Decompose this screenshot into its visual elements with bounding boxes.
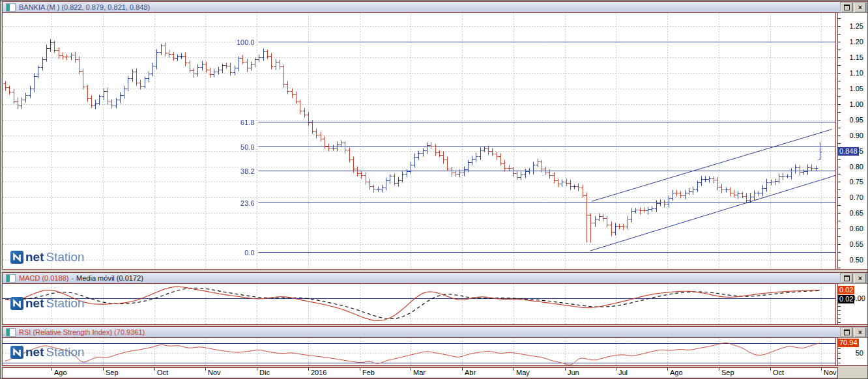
rsi-axis-tick xyxy=(838,348,841,349)
netstation-logo-icon xyxy=(10,297,23,310)
rsi-axis[interactable]: 70.94 50 xyxy=(837,338,867,365)
price-restore-button[interactable] xyxy=(841,3,852,12)
netstation-logo-icon xyxy=(10,346,23,359)
price-axis-tick xyxy=(838,213,841,214)
month-label: Dic xyxy=(259,369,270,376)
price-axis-tick xyxy=(838,236,841,237)
price-plot: netStation xyxy=(3,13,836,269)
month-tick xyxy=(257,368,257,371)
time-axis[interactable]: AgoSepOctNovDic2016FebMarAbrMayJunJulAgo… xyxy=(2,367,838,378)
price-panel: BANKIA (M ) (0.822, 0.879, 0.821, 0.848)… xyxy=(2,1,868,270)
chart-icon xyxy=(6,328,16,337)
price-axis-tick xyxy=(838,57,841,58)
price-axis-tick xyxy=(838,167,841,167)
netstation-logo: netStation xyxy=(10,296,85,311)
price-close-button[interactable]: × xyxy=(854,3,866,12)
month-label: Ago xyxy=(670,369,683,376)
macd-restore-button[interactable] xyxy=(841,274,852,283)
rsi-title: RSI (Relative Strength Index) (70.9361) xyxy=(19,328,145,336)
month-label: Oct xyxy=(773,369,784,376)
netstation-logo-icon xyxy=(10,251,23,264)
macd-axis-tick xyxy=(838,306,841,307)
price-axis-tick xyxy=(838,96,841,97)
price-axis-tick xyxy=(838,244,841,245)
month-label: May xyxy=(516,369,530,376)
rsi-restore-button[interactable] xyxy=(841,328,852,337)
price-axis-tick xyxy=(838,104,841,105)
price-axis-label: 0.80 xyxy=(850,163,863,171)
price-axis-tick xyxy=(838,128,841,128)
macd-axis-tick xyxy=(838,315,841,315)
month-tick xyxy=(616,368,616,371)
price-axis-tick xyxy=(838,221,841,221)
month-tick xyxy=(308,368,309,371)
price-chart-canvas[interactable] xyxy=(3,13,835,269)
month-tick xyxy=(411,368,411,371)
rsi-close-button[interactable]: × xyxy=(854,328,866,337)
price-axis-label: 0.50 xyxy=(850,256,863,264)
price-axis-tick xyxy=(838,260,841,260)
month-label: Sep xyxy=(721,369,734,376)
month-tick xyxy=(514,368,514,371)
rsi-chart-canvas[interactable] xyxy=(3,338,835,365)
month-tick xyxy=(103,368,104,371)
price-axis-tick xyxy=(838,197,841,198)
month-label: Nov xyxy=(824,369,837,376)
chart-icon xyxy=(6,3,16,12)
rsi-titlebar[interactable]: RSI (Relative Strength Index) (70.9361) … xyxy=(3,327,868,338)
rsi-panel: RSI (Relative Strength Index) (70.9361) … xyxy=(2,326,868,366)
price-axis-tick xyxy=(838,143,841,144)
macd-panel: MACD (0.0188) - Media móvil (0.0172) × n… xyxy=(2,272,868,325)
macd-axis-tick xyxy=(838,318,841,319)
rsi-mid-axis-label: 50 xyxy=(856,349,863,357)
price-axis-label: 0.95 xyxy=(850,116,863,124)
month-tick xyxy=(821,368,822,371)
month-label: Sep xyxy=(106,369,119,376)
rsi-plot: netStation xyxy=(3,338,836,365)
month-tick xyxy=(719,368,719,371)
netstation-logo: netStation xyxy=(10,250,85,264)
price-axis-tick xyxy=(838,65,841,66)
restore-icon xyxy=(844,5,850,10)
price-axis-tick xyxy=(838,268,841,268)
price-axis-tick xyxy=(838,89,841,89)
price-axis-label: 1.15 xyxy=(850,53,863,61)
price-axis[interactable]: 0.848 1.251.201.151.101.051.000.950.900.… xyxy=(837,13,867,269)
rsi-axis-tick xyxy=(838,353,841,354)
month-label: Mar xyxy=(413,369,426,376)
month-tick xyxy=(360,368,360,371)
macd-title-separator: - xyxy=(71,274,74,282)
restore-icon xyxy=(844,275,850,281)
logo-station-text: Station xyxy=(46,345,85,359)
macd-plot: netStation xyxy=(3,284,836,324)
price-axis-tick xyxy=(838,18,841,19)
logo-net-text: net xyxy=(25,250,44,264)
macd-close-button[interactable]: × xyxy=(854,274,866,283)
month-label: Feb xyxy=(362,369,375,376)
month-tick xyxy=(154,368,155,371)
macd-chart-canvas[interactable] xyxy=(3,284,835,324)
price-axis-label: 1.20 xyxy=(850,38,863,46)
rsi-axis-tick xyxy=(838,363,841,363)
month-label: Abr xyxy=(465,369,476,376)
month-label: Nov xyxy=(208,369,221,376)
price-axis-label: 0.75 xyxy=(850,178,863,186)
price-axis-label: 1.25 xyxy=(850,22,863,30)
netstation-logo: netStation xyxy=(10,345,85,359)
macd-signal-value-label: 0.02 xyxy=(838,295,854,303)
rsi-value-label: 70.94 xyxy=(838,339,859,347)
macd-signal-title: Media móvil (0.0172) xyxy=(76,274,143,282)
logo-station-text: Station xyxy=(46,296,85,311)
price-axis-tick xyxy=(838,159,841,160)
macd-axis[interactable]: 0.02 0.02 0.00 xyxy=(837,284,867,324)
rsi-axis-tick xyxy=(838,358,841,359)
month-label: 2016 xyxy=(311,369,326,376)
macd-titlebar[interactable]: MACD (0.0188) - Media móvil (0.0172) × xyxy=(3,273,868,284)
price-axis-label: 0.55 xyxy=(850,240,863,248)
price-window-buttons: × xyxy=(841,3,866,12)
price-axis-tick xyxy=(838,252,841,253)
chart-icon xyxy=(6,274,16,283)
price-titlebar[interactable]: BANKIA (M ) (0.822, 0.879, 0.821, 0.848)… xyxy=(3,2,868,13)
logo-station-text: Station xyxy=(46,250,85,264)
price-axis-tick xyxy=(838,182,841,182)
